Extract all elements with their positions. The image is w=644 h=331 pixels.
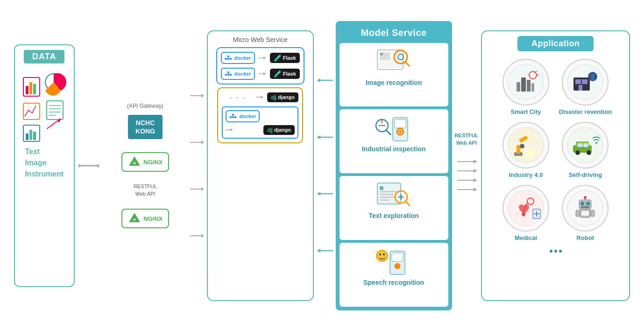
svg-point-127 bbox=[595, 142, 597, 144]
svg-point-123 bbox=[575, 150, 580, 155]
service-row-3: ··· dj django bbox=[222, 92, 298, 103]
svg-marker-36 bbox=[263, 56, 266, 59]
svg-marker-54 bbox=[317, 135, 320, 139]
svg-rect-76 bbox=[380, 191, 396, 192]
svg-point-144 bbox=[584, 196, 587, 199]
svg-rect-13 bbox=[29, 130, 32, 140]
docker-badge-1: docker bbox=[221, 52, 255, 64]
svg-rect-37 bbox=[225, 74, 227, 76]
svg-rect-2 bbox=[29, 82, 32, 94]
nginx-logo-2: N bbox=[128, 212, 141, 225]
svg-point-136 bbox=[580, 202, 584, 205]
svg-rect-75 bbox=[380, 186, 383, 190]
svg-marker-98 bbox=[474, 188, 477, 191]
svg-rect-6 bbox=[47, 101, 63, 120]
industrial-inspection-label: Industrial inspection bbox=[362, 145, 426, 153]
svg-rect-79 bbox=[380, 199, 389, 201]
django-label-1: django bbox=[278, 94, 295, 100]
arrow-icon-1 bbox=[259, 55, 266, 61]
docker-badge-2: docker bbox=[221, 68, 255, 80]
svg-rect-111 bbox=[579, 85, 582, 91]
svg-text:N: N bbox=[133, 161, 136, 165]
teal-arrow-4 bbox=[317, 247, 333, 254]
image-recognition-icon bbox=[375, 48, 412, 76]
svg-point-124 bbox=[587, 150, 591, 155]
svg-rect-85 bbox=[392, 253, 403, 261]
industry-label: Industry 4.0 bbox=[509, 171, 543, 178]
multi-arrows-icon bbox=[455, 152, 478, 199]
flask-badge-2: 🧪 Flask bbox=[270, 69, 300, 79]
django-badge-1: dj django bbox=[267, 92, 298, 102]
flask-badge-1: 🧪 Flask bbox=[270, 53, 300, 63]
svg-marker-58 bbox=[317, 249, 320, 253]
teal-arrow-3 bbox=[317, 190, 333, 197]
data-label-instrument: Instrument bbox=[25, 170, 64, 178]
restful-label: RESTFULWeb API bbox=[134, 183, 157, 197]
svg-point-114 bbox=[508, 127, 544, 163]
docker-badge-3: docker bbox=[226, 110, 260, 122]
svg-rect-32 bbox=[227, 58, 229, 60]
svg-line-65 bbox=[405, 62, 410, 66]
application-title: Application bbox=[517, 36, 594, 51]
svg-marker-52 bbox=[317, 78, 320, 82]
svg-rect-142 bbox=[591, 210, 594, 217]
gateway-section: (API Gateway) NCHC KONG N NGiNX RESTFULW… bbox=[104, 103, 187, 228]
svg-point-90 bbox=[395, 263, 400, 269]
svg-marker-28 bbox=[201, 187, 204, 191]
docker-icon-1 bbox=[225, 55, 233, 61]
svg-marker-56 bbox=[317, 192, 320, 196]
robot-label: Robot bbox=[577, 234, 594, 241]
svg-rect-47 bbox=[234, 116, 236, 118]
svg-text:N: N bbox=[133, 218, 136, 222]
svg-point-118 bbox=[520, 144, 524, 148]
double-arrow-icon bbox=[78, 161, 101, 170]
svg-rect-39 bbox=[230, 74, 232, 76]
svg-marker-94 bbox=[474, 169, 477, 173]
model-app-connector: RESTFULWeb API bbox=[455, 72, 479, 259]
application-section: Application bbox=[481, 30, 630, 301]
svg-marker-26 bbox=[201, 141, 204, 144]
svg-rect-100 bbox=[517, 82, 520, 92]
svg-rect-38 bbox=[227, 74, 229, 76]
nginx-label-1: NGiNX bbox=[143, 159, 163, 166]
svg-rect-14 bbox=[33, 132, 36, 140]
dot-2 bbox=[554, 250, 557, 253]
svg-point-89 bbox=[383, 254, 385, 255]
medical-label: Medical bbox=[515, 234, 537, 241]
svg-marker-18 bbox=[95, 164, 99, 168]
kong-label: KONG bbox=[135, 127, 155, 135]
main-diagram: DATA bbox=[0, 0, 644, 331]
data-gateway-arrow bbox=[78, 161, 101, 170]
medical-icon bbox=[507, 190, 545, 227]
svg-rect-126 bbox=[583, 143, 588, 147]
svg-line-69 bbox=[386, 130, 391, 135]
svg-marker-50 bbox=[230, 128, 233, 131]
docker-group-1: docker 🧪 Flask bbox=[216, 47, 304, 85]
model-card-text: Text exploration bbox=[340, 176, 448, 240]
svg-marker-30 bbox=[201, 234, 204, 238]
industrial-inspection-icon bbox=[375, 114, 412, 142]
svg-rect-138 bbox=[581, 206, 589, 208]
data-label-image: Image bbox=[25, 159, 46, 167]
teal-arrow-1 bbox=[317, 77, 333, 84]
self-driving-icon bbox=[566, 127, 604, 164]
svg-point-62 bbox=[380, 53, 383, 56]
docker-label-1: docker bbox=[234, 55, 251, 61]
svg-rect-5 bbox=[23, 103, 40, 120]
app-item-disaster: 👤 Disaster revention bbox=[559, 59, 612, 115]
svg-rect-67 bbox=[395, 120, 406, 128]
data-icons bbox=[21, 68, 68, 143]
disaster-icon: 👤 bbox=[566, 63, 604, 101]
svg-rect-101 bbox=[521, 77, 526, 92]
service-row-4: docker bbox=[226, 110, 295, 122]
svg-rect-45 bbox=[230, 116, 232, 118]
svg-rect-40 bbox=[227, 71, 229, 73]
svg-line-81 bbox=[405, 201, 410, 206]
data-label-text: Text bbox=[25, 148, 40, 156]
disaster-circle: 👤 bbox=[562, 59, 609, 106]
micro-model-arrows bbox=[317, 54, 333, 278]
docker-icon-3 bbox=[229, 113, 238, 120]
application-grid: Smart City 👤 bbox=[495, 59, 616, 253]
micro-title: Micro Web Service bbox=[233, 36, 288, 43]
docker-group-2: docker dj django bbox=[222, 106, 298, 139]
